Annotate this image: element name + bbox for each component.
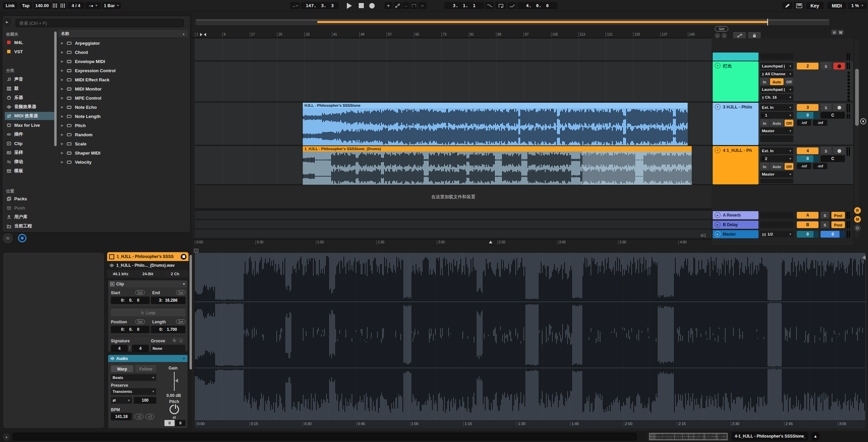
- monitor-auto-button[interactable]: Auto: [770, 163, 784, 170]
- expand-triangle-icon[interactable]: ▶: [61, 96, 63, 100]
- pitch-fine-field[interactable]: 0: [175, 420, 185, 426]
- start-set-button[interactable]: Set: [135, 290, 145, 295]
- help-button[interactable]: [18, 234, 26, 242]
- midi-map-button[interactable]: MIDI: [827, 2, 846, 9]
- monitor-auto-button[interactable]: Auto: [770, 120, 784, 126]
- expand-triangle-icon[interactable]: ▶: [61, 151, 63, 155]
- list-item[interactable]: ▶MPE Control: [59, 94, 188, 102]
- scrub-marker[interactable]: [489, 241, 492, 243]
- returns-show-toggle[interactable]: R: [854, 207, 861, 214]
- return-a-routing[interactable]: [760, 212, 793, 218]
- clip-length-field[interactable]: 0: 1.700: [151, 326, 185, 333]
- next-marker-button[interactable]: →: [722, 33, 727, 38]
- end-set-button[interactable]: Set: [176, 290, 185, 295]
- expand-triangle-icon[interactable]: ▶: [61, 160, 63, 164]
- play-circle-icon[interactable]: ▶: [715, 222, 721, 227]
- clip-position-field[interactable]: 0: 0. 0: [111, 326, 150, 333]
- clip-start-field[interactable]: 0: 0. 0: [111, 297, 150, 304]
- loop-brace-end[interactable]: [204, 33, 206, 36]
- preserve-selector[interactable]: Transients▼: [111, 388, 156, 395]
- sidebar-item-m4l[interactable]: M4L: [5, 38, 54, 46]
- expand-triangle-icon[interactable]: ▶: [61, 105, 63, 109]
- list-item[interactable]: ▶Scale: [59, 139, 188, 148]
- track-lane-empty[interactable]: [195, 38, 712, 61]
- drop-zone[interactable]: 在这里加载文件和装置: [195, 185, 712, 208]
- clip-orange-header[interactable]: 1_HJLL - Philosopher's SSSStone_(Drums): [303, 146, 692, 152]
- fold-icon[interactable]: ▼: [715, 104, 721, 110]
- track-name-drums[interactable]: ▼ 4 1_HJLL - Ph: [713, 146, 758, 184]
- fold-icon[interactable]: ▼: [715, 147, 721, 153]
- midi-from-channel-selector[interactable]: ▮All Channe▼: [760, 71, 793, 77]
- expand-triangle-icon[interactable]: ▶: [61, 133, 63, 136]
- send-b-field-drums[interactable]: -inf: [813, 163, 827, 169]
- clip-section-header[interactable]: Clip ▼: [108, 280, 188, 287]
- sample-time-ruler[interactable]: [195, 420, 865, 428]
- list-item[interactable]: ▶Note Echo: [59, 103, 188, 112]
- sidebar-item-category-3[interactable]: 音频效果器: [5, 103, 54, 111]
- cue-out-selector[interactable]: ▮▮1/2▼: [760, 231, 793, 237]
- mixer-show-toggle[interactable]: M: [854, 216, 861, 223]
- groove-selector[interactable]: None: [151, 345, 185, 352]
- clip-activator-toggle[interactable]: [109, 254, 114, 259]
- save-button[interactable]: [181, 254, 186, 260]
- hide-button[interactable]: H: [831, 30, 837, 35]
- pitch-coarse-field[interactable]: 0: [164, 420, 175, 426]
- volume-field-drums[interactable]: 0: [797, 155, 818, 162]
- io-show-toggle[interactable]: [860, 118, 866, 124]
- fold-icon[interactable]: ▼: [715, 63, 721, 68]
- audio-from-selector[interactable]: Ext. In▼: [760, 104, 793, 111]
- midi-to-channel-selector[interactable]: ▮Ch. 16▼: [760, 94, 793, 101]
- arrangement-time-ruler[interactable]: [192, 239, 712, 245]
- signature-denominator-field[interactable]: 4: [132, 345, 149, 352]
- track-activator-light[interactable]: 2: [797, 63, 818, 69]
- groove-commit-button[interactable]: ↻: [172, 338, 177, 343]
- expand-triangle-icon[interactable]: ▶: [61, 87, 63, 91]
- list-item[interactable]: ▶MIDI Monitor: [59, 84, 188, 93]
- solo-button-drums[interactable]: S: [821, 147, 831, 154]
- sample-loop-marker[interactable]: ×: [194, 249, 198, 253]
- list-item[interactable]: ▶Chord: [59, 48, 188, 57]
- link-markers-button[interactable]: [733, 32, 746, 38]
- return-a-post-toggle[interactable]: Post: [831, 212, 845, 219]
- signature-numerator-field[interactable]: 4: [111, 345, 128, 352]
- monitor-in-button[interactable]: In: [760, 78, 769, 85]
- transient-loop-mode-selector[interactable]: ⇄▼: [111, 397, 132, 404]
- return-b-post-toggle[interactable]: Post: [831, 221, 845, 228]
- arrangement-position-field[interactable]: 147. 3. 3: [301, 2, 339, 9]
- sidebar-item-category-4[interactable]: MIDI 效果器: [5, 112, 54, 120]
- play-circle-icon[interactable]: ▶: [715, 231, 721, 237]
- list-item[interactable]: ▶Note Length: [59, 112, 188, 121]
- pitch-knob[interactable]: [170, 405, 179, 414]
- capture-midi-button[interactable]: ○: [418, 2, 427, 9]
- arm-button-hjll[interactable]: [833, 104, 845, 111]
- clip-file-row[interactable]: 1_HJLL - Philo..._(Drums).wav: [107, 261, 189, 269]
- expand-triangle-icon[interactable]: ▶: [61, 60, 63, 63]
- gain-slider-handle[interactable]: [175, 379, 178, 383]
- key-map-button[interactable]: Key: [806, 2, 824, 9]
- preview-toggle[interactable]: ≈: [2, 233, 14, 244]
- master-name[interactable]: ▶ Master: [713, 230, 758, 238]
- sample-preview-thumbnail[interactable]: [647, 432, 730, 441]
- return-lane-a[interactable]: [195, 211, 712, 220]
- expand-triangle-icon[interactable]: ▶: [61, 41, 63, 45]
- sidebar-scrollbar[interactable]: [54, 32, 57, 146]
- expand-triangle-icon[interactable]: ▶: [61, 115, 63, 118]
- sidebar-item-place-2[interactable]: 用户库: [5, 213, 54, 221]
- scrollbar-thumb[interactable]: [855, 69, 859, 126]
- automation-arm-button[interactable]: [393, 2, 401, 9]
- sidebar-item-category-1[interactable]: 鼓: [5, 84, 54, 93]
- monitor-in-button[interactable]: In: [760, 120, 769, 126]
- sidebar-item-category-6[interactable]: 插件: [5, 130, 54, 138]
- loop-switch[interactable]: [495, 2, 506, 9]
- expand-triangle-icon[interactable]: ▶: [61, 69, 63, 72]
- loop-brace-start[interactable]: [200, 33, 202, 36]
- monitor-off-button[interactable]: Off: [785, 163, 793, 170]
- bpm-half-button[interactable]: ÷2: [135, 414, 143, 419]
- sidebar-item-category-10[interactable]: 模板: [5, 167, 54, 175]
- return-lane-b[interactable]: [195, 220, 712, 229]
- list-item[interactable]: ▶Velocity: [59, 158, 188, 166]
- return-b-solo[interactable]: S: [821, 221, 829, 228]
- send-a-field-hjll[interactable]: -inf: [797, 120, 811, 126]
- clip-blue[interactable]: HJLL - Philosopher's SSSStone: [303, 103, 688, 145]
- set-button[interactable]: Set: [715, 26, 728, 32]
